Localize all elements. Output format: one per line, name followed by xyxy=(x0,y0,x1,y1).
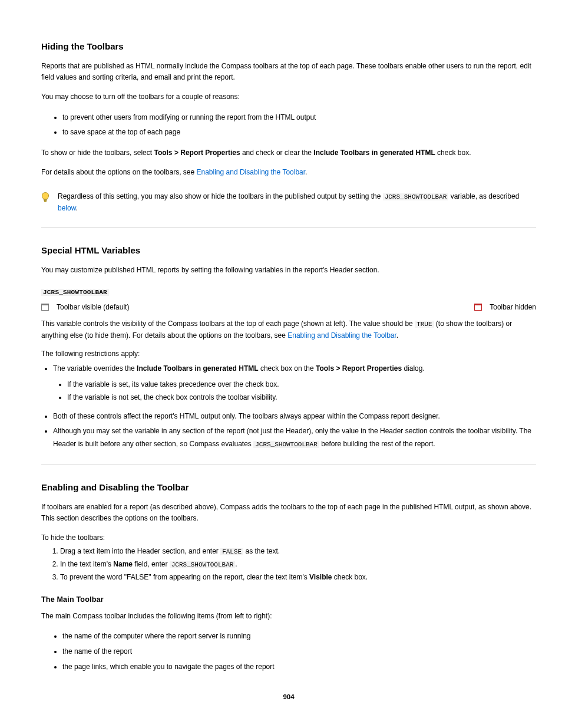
list-item: If the variable is not set, the check bo… xyxy=(67,391,536,404)
divider xyxy=(41,227,536,228)
paragraph: If toolbars are enabled for a report (as… xyxy=(41,502,536,524)
toolbar-visible-row: Toolbar visible (default) Toolbar hidden xyxy=(41,303,536,311)
paragraph: You may choose to turn off the toolbars … xyxy=(41,91,536,103)
tip-block: Regardless of this setting, you may also… xyxy=(41,191,536,214)
link-below[interactable]: below xyxy=(58,204,76,212)
paragraph: To show or hide the toolbars, select Too… xyxy=(41,147,536,159)
restrictions-intro: The following restrictions apply: xyxy=(41,350,536,358)
list-item: the name of the report xyxy=(62,645,536,658)
list-item: the page links, which enable you to navi… xyxy=(62,661,536,674)
list-item: to prevent other users from modifying or… xyxy=(62,111,536,124)
heading-enable-disable-toolbar: Enabling and Disabling the Toolbar xyxy=(41,482,536,492)
lightbulb-icon xyxy=(41,192,49,203)
step: Drag a text item into the Header section… xyxy=(60,545,536,558)
subheading-main-toolbar: The Main Toolbar xyxy=(41,595,536,604)
step: To prevent the word "FALSE" from appeari… xyxy=(60,571,536,584)
step: In the text item's Name field, enter JCR… xyxy=(60,558,536,571)
svg-rect-0 xyxy=(44,200,47,201)
toolbar-items-list: the name of the computer where the repor… xyxy=(41,630,536,673)
link-enable-disable-toolbar-2[interactable]: Enabling and Disabling the Toolbar xyxy=(287,331,396,340)
tip-text: Regardless of this setting, you may also… xyxy=(58,191,536,214)
paragraph: The main Compass toolbar includes the fo… xyxy=(41,611,536,622)
restrictions-list: The variable overrides the Include Toolb… xyxy=(41,363,536,451)
reasons-list: to prevent other users from modifying or… xyxy=(41,111,536,139)
toolbar-hidden-label: Toolbar hidden xyxy=(490,303,536,311)
page-number: 904 xyxy=(41,693,536,700)
heading-hiding-toolbars: Hiding the Toolbars xyxy=(41,41,536,51)
paragraph: Reports that are published as HTML norma… xyxy=(41,61,536,83)
list-item: the name of the computer where the repor… xyxy=(62,630,536,643)
divider xyxy=(41,464,536,465)
list-item: If the variable is set, its value takes … xyxy=(67,378,536,391)
list-item: to save space at the top of each page xyxy=(62,126,536,139)
list-item: Both of these controls affect the report… xyxy=(53,410,536,423)
toolbar-hidden-icon xyxy=(474,304,482,311)
toolbar-visible-icon xyxy=(41,304,49,311)
paragraph: This variable controls the visibility of… xyxy=(41,318,536,341)
svg-rect-1 xyxy=(44,201,46,202)
toolbar-visible-label: Toolbar visible (default) xyxy=(57,303,129,311)
list-item: Although you may set the variable in any… xyxy=(53,425,536,450)
heading-special-html-variables: Special HTML Variables xyxy=(41,245,536,255)
paragraph: For details about the options on the too… xyxy=(41,167,536,178)
link-enable-disable-toolbar[interactable]: Enabling and Disabling the Toolbar xyxy=(197,168,306,176)
paragraph: You may customize published HTML reports… xyxy=(41,265,536,276)
list-item: The variable overrides the Include Toolb… xyxy=(53,363,536,404)
steps-intro: To hide the toolbars: xyxy=(41,533,536,542)
steps-list: Drag a text item into the Header section… xyxy=(41,545,536,584)
variable-name: JCRS_SHOWTOOLBAR xyxy=(41,288,536,296)
